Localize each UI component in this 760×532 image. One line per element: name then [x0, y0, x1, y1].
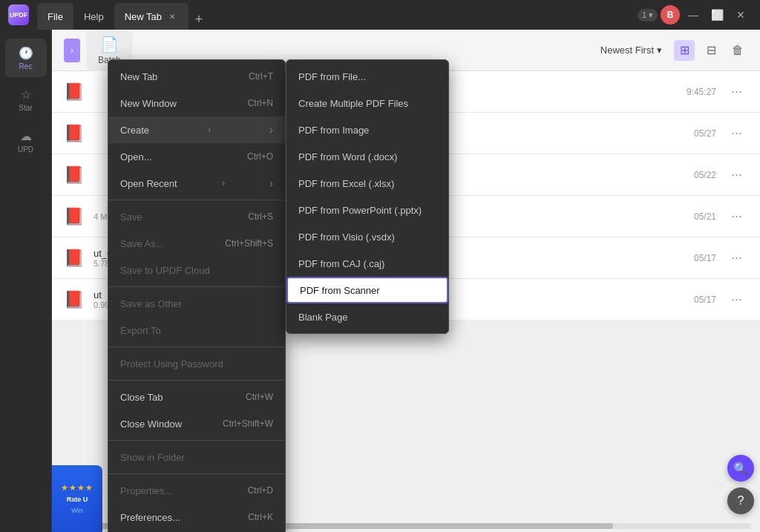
file-dropdown-menu: New Tab Ctrl+T New Window Ctrl+N Create …	[108, 59, 286, 532]
menu-save-cloud[interactable]: Save to UPDF Cloud	[108, 257, 285, 283]
menu-separator	[108, 347, 285, 347]
maximize-button[interactable]: ⬜	[707, 4, 727, 25]
menu-save-as-other[interactable]: Save as Other	[108, 290, 285, 317]
pdf-icon: 📕	[64, 290, 85, 309]
updf-logo-icon: UPDF	[8, 4, 29, 25]
delete-button[interactable]: 🗑	[727, 40, 748, 61]
submenu-blank-page[interactable]: Blank Page	[286, 303, 448, 330]
list-view-button[interactable]: ⊟	[701, 40, 721, 61]
close-button[interactable]: ✕	[730, 4, 751, 25]
menu-export-to[interactable]: Export To	[108, 317, 285, 344]
add-tab-button[interactable]: +	[189, 9, 209, 30]
recent-icon: 🕐	[19, 46, 33, 60]
submenu-pdf-from-ppt[interactable]: PDF from PowerPoint (.pptx)	[286, 197, 448, 223]
file-more-button[interactable]: ···	[725, 247, 748, 269]
help-menu-tab[interactable]: Help	[73, 3, 114, 30]
grid-view-button[interactable]: ⊞	[674, 40, 695, 61]
sidebar-item-cloud[interactable]: ☁ UPD	[5, 122, 47, 160]
menu-protect-password[interactable]: Protect Using Password	[108, 350, 285, 377]
titlebar-tabs: File Help New Tab ✕ +	[37, 0, 638, 30]
app-logo: UPDF	[0, 0, 37, 30]
sidebar-item-recent[interactable]: 🕐 Rec	[5, 39, 47, 77]
version-badge: 1 ▾	[638, 9, 658, 22]
file-more-button[interactable]: ···	[725, 122, 748, 144]
submenu-pdf-from-file[interactable]: PDF from File...	[286, 63, 448, 90]
menu-close-window[interactable]: Close Window Ctrl+Shift+W	[108, 410, 285, 437]
file-more-button[interactable]: ···	[725, 81, 748, 102]
promo-stars: ★★★★	[61, 483, 94, 493]
menu-new-window[interactable]: New Window Ctrl+N	[108, 90, 285, 116]
help-icon: ?	[738, 494, 744, 508]
menu-properties[interactable]: Properties... Ctrl+D	[108, 477, 285, 504]
window-controls: 1 ▾ B — ⬜ ✕	[638, 4, 760, 25]
tab-close-icon[interactable]: ✕	[166, 10, 178, 22]
menu-separator	[108, 473, 285, 474]
submenu-pdf-from-scanner[interactable]: PDF from Scanner	[286, 277, 448, 303]
submenu-pdf-from-visio[interactable]: PDF from Visio (.vsdx)	[286, 223, 448, 250]
cloud-icon: ☁	[20, 129, 32, 143]
submenu-create-multiple[interactable]: Create Multiple PDF Files	[286, 90, 448, 116]
menu-close-tab[interactable]: Close Tab Ctrl+W	[108, 384, 285, 410]
user-avatar[interactable]: B	[661, 5, 680, 24]
star-icon: ☆	[21, 88, 31, 102]
submenu-pdf-from-caj[interactable]: PDF from CAJ (.caj)	[286, 250, 448, 277]
pdf-icon: 📕	[64, 165, 85, 185]
sidebar-item-starred[interactable]: ☆ Star	[5, 80, 47, 119]
menu-separator	[108, 380, 285, 381]
menu-save-as[interactable]: Save As... Ctrl+Shift+S	[108, 230, 285, 257]
sidebar-toggle-button[interactable]: ›	[64, 39, 80, 62]
search-icon: 🔍	[733, 462, 748, 476]
sort-dropdown[interactable]: Newest First ▾	[594, 42, 668, 59]
menu-new-tab[interactable]: New Tab Ctrl+T	[108, 63, 285, 90]
file-more-button[interactable]: ···	[725, 164, 748, 185]
titlebar: UPDF File Help New Tab ✕ + 1 ▾ B — ⬜	[0, 0, 760, 30]
pdf-icon: 📕	[64, 249, 85, 268]
minimize-button[interactable]: —	[683, 4, 704, 25]
main-content: › 📄 Batch Newest First ▾ ⊞ ⊟ 🗑 📕	[52, 30, 760, 532]
menu-separator	[108, 440, 285, 441]
batch-icon: 📄	[100, 36, 119, 53]
new-tab-tab[interactable]: New Tab ✕	[114, 3, 189, 30]
help-action-button[interactable]: ?	[727, 487, 754, 514]
file-more-button[interactable]: ···	[725, 206, 748, 227]
menu-create[interactable]: Create ›	[108, 116, 285, 143]
menu-open[interactable]: Open... Ctrl+O	[108, 143, 285, 170]
menu-save[interactable]: Save Ctrl+S	[108, 203, 285, 230]
submenu-pdf-from-excel[interactable]: PDF from Excel (.xlsx)	[286, 170, 448, 197]
submenu-pdf-from-image[interactable]: PDF from Image	[286, 116, 448, 143]
search-action-button[interactable]: 🔍	[727, 455, 754, 482]
pdf-icon: 📕	[64, 207, 85, 226]
create-submenu: PDF from File... Create Multiple PDF Fil…	[286, 59, 449, 334]
file-menu-tab[interactable]: File	[37, 3, 73, 30]
menu-separator	[108, 286, 285, 287]
sidebar: 🕐 Rec ☆ Star ☁ UPD	[0, 30, 52, 532]
promo-banner[interactable]: ★★★★ Rate U Win	[52, 465, 102, 532]
file-more-button[interactable]: ···	[725, 289, 748, 310]
menu-separator	[108, 200, 285, 200]
menu-preferences[interactable]: Preferences... Ctrl+K	[108, 504, 285, 531]
menu-show-in-folder[interactable]: Show in Folder	[108, 444, 285, 470]
main-layout: 🕐 Rec ☆ Star ☁ UPD › 📄 Batch Newe	[0, 30, 760, 532]
pdf-icon: 📕	[64, 124, 85, 143]
menu-open-recent[interactable]: Open Recent ›	[108, 170, 285, 197]
action-buttons: 🔍 ?	[727, 455, 754, 514]
submenu-pdf-from-word[interactable]: PDF from Word (.docx)	[286, 143, 448, 170]
pdf-icon: 📕	[64, 82, 85, 102]
